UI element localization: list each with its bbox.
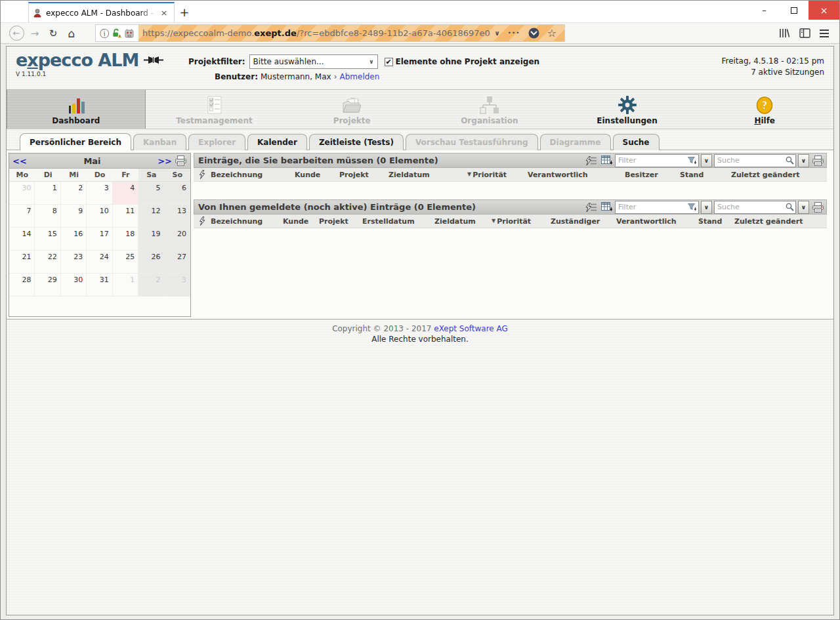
calendar-day[interactable]: 28 xyxy=(9,274,35,297)
calendar-day[interactable]: 5 xyxy=(138,182,164,205)
table-1-search-input[interactable] xyxy=(714,154,796,167)
calendar-next-button[interactable]: >> xyxy=(158,156,172,166)
calendar-day[interactable]: 2 xyxy=(138,274,164,297)
url-bar[interactable]: ⓘ https://expeccoalm-demo.exept.de/?rc=e… xyxy=(95,24,565,42)
projektfilter-select[interactable]: Bitte auswählen... ∨ xyxy=(249,54,378,69)
calendar-day[interactable]: 15 xyxy=(35,228,60,251)
export-table-icon[interactable] xyxy=(600,201,613,213)
calendar-day[interactable]: 13 xyxy=(165,205,190,228)
calendar-day[interactable]: 30 xyxy=(9,182,35,205)
calendar-print-icon[interactable] xyxy=(175,155,187,166)
calendar-day[interactable]: 7 xyxy=(9,205,35,228)
column-header-erstelldatum[interactable]: Erstelldatum xyxy=(362,217,434,226)
calendar-day[interactable]: 1 xyxy=(113,274,138,297)
calendar-day[interactable]: 25 xyxy=(113,251,138,274)
calendar-day[interactable]: 3 xyxy=(87,182,112,205)
calendar-day[interactable]: 30 xyxy=(61,274,87,297)
lock-warning-icon[interactable] xyxy=(112,28,121,38)
calendar-day[interactable]: 17 xyxy=(87,228,112,251)
calendar-day[interactable]: 14 xyxy=(9,228,35,251)
calendar-day[interactable]: 27 xyxy=(165,251,190,274)
tab-zeitleiste-tests[interactable]: Zeitleiste (Tests) xyxy=(309,134,404,150)
nav-item-dashboard[interactable]: Dashboard xyxy=(7,90,146,129)
tab-close-icon[interactable]: × xyxy=(158,8,170,18)
table-2-filter-dropdown[interactable]: ∨ xyxy=(701,201,712,214)
calendar-day[interactable]: 22 xyxy=(35,251,60,274)
tab-persoenlicher-bereich[interactable]: Persönlicher Bereich xyxy=(20,133,131,150)
calendar-day[interactable]: 8 xyxy=(35,205,60,228)
calendar-day[interactable]: 2 xyxy=(61,182,87,205)
calendar-day[interactable]: 21 xyxy=(9,251,35,274)
table-1-filter-input[interactable] xyxy=(615,154,699,167)
table-2-filter-input[interactable] xyxy=(615,201,699,214)
column-header-projekt[interactable]: Projekt xyxy=(339,171,388,179)
calendar-day[interactable]: 10 xyxy=(87,205,112,228)
calendar-day[interactable]: 12 xyxy=(138,205,164,228)
column-header-zust-ndiger[interactable]: Zuständiger xyxy=(551,217,616,226)
browser-tab[interactable]: expecco ALM - Dashboard - Pe × xyxy=(28,2,175,22)
page-actions-icon[interactable]: ••• xyxy=(508,30,520,36)
column-header-projekt[interactable]: Projekt xyxy=(319,217,362,226)
calendar-prev-button[interactable]: << xyxy=(12,156,27,166)
pocket-icon[interactable] xyxy=(528,28,539,39)
forward-button[interactable]: → xyxy=(26,25,44,42)
site-info-icon[interactable]: ⓘ xyxy=(100,29,109,38)
calendar-day[interactable]: 11 xyxy=(113,205,138,228)
url-text[interactable]: https://expeccoalm-demo.exept.de/?rc=ebd… xyxy=(142,28,491,38)
column-header-bezeichnung[interactable]: Bezeichnung xyxy=(211,171,295,179)
quick-filter-flash-icon[interactable] xyxy=(585,155,598,167)
back-button[interactable]: ← xyxy=(7,25,26,42)
nav-item-einstellungen[interactable]: Einstellungen xyxy=(558,90,696,129)
calendar-day[interactable]: 19 xyxy=(138,228,164,251)
column-header-priorit-t[interactable]: ▼Priorität xyxy=(492,217,551,226)
bookmark-star-icon[interactable]: ☆ xyxy=(547,28,556,39)
column-header-zieldatum[interactable]: Zieldatum xyxy=(434,217,492,226)
column-header-besitzer[interactable]: Besitzer xyxy=(625,171,680,179)
export-table-icon[interactable] xyxy=(600,155,613,167)
calendar-day[interactable]: 16 xyxy=(61,228,87,251)
column-header-stand[interactable]: Stand xyxy=(698,217,734,226)
quick-filter-flash-icon[interactable] xyxy=(585,201,598,213)
table-1-filter-dropdown[interactable]: ∨ xyxy=(701,154,712,167)
column-header-verantwortlich[interactable]: Verantwortlich xyxy=(616,217,698,226)
table-1-print-icon[interactable] xyxy=(811,155,824,167)
calendar-day[interactable]: 26 xyxy=(138,251,164,274)
column-header-bezeichnung[interactable]: Bezeichnung xyxy=(211,217,283,226)
calendar-day[interactable]: 20 xyxy=(165,228,190,251)
company-link[interactable]: eXept Software AG xyxy=(434,324,508,333)
table-2-search-dropdown[interactable]: ∨ xyxy=(798,201,809,214)
calendar-day[interactable]: 1 xyxy=(35,182,60,205)
calendar-day[interactable]: 6 xyxy=(165,182,190,205)
robot-icon[interactable] xyxy=(124,29,135,38)
menu-hamburger-icon[interactable] xyxy=(820,30,829,37)
calendar-day[interactable]: 31 xyxy=(87,274,112,297)
urlbar-dropdown-icon[interactable]: ∨ xyxy=(495,30,500,37)
column-header-zieldatum[interactable]: Zieldatum xyxy=(388,171,467,179)
new-tab-button[interactable]: + xyxy=(175,2,194,22)
column-header-kunde[interactable]: Kunde xyxy=(283,217,319,226)
table-2-print-icon[interactable] xyxy=(811,201,824,213)
column-header-verantwortlich[interactable]: Verantwortlich xyxy=(528,171,625,179)
calendar-day[interactable]: 9 xyxy=(61,205,87,228)
calendar-day[interactable]: 3 xyxy=(165,274,190,297)
table-2-search-input[interactable] xyxy=(714,201,796,214)
elemente-checkbox[interactable]: ✔ xyxy=(385,58,393,66)
elemente-checkbox-label[interactable]: Elemente ohne Projekt anzeigen xyxy=(396,57,540,66)
calendar-day[interactable]: 18 xyxy=(113,228,138,251)
column-header-priorit-t[interactable]: ▼Priorität xyxy=(467,171,528,179)
nav-item-hilfe[interactable]: ? Hilfe xyxy=(696,90,833,129)
column-header-kunde[interactable]: Kunde xyxy=(295,171,339,179)
tab-kalender[interactable]: Kalender xyxy=(247,134,307,150)
window-close-button[interactable]: × xyxy=(808,1,839,20)
column-header-zuletzt-ge-ndert[interactable]: Zuletzt geändert xyxy=(731,171,827,179)
column-header-zuletzt-ge-ndert[interactable]: Zuletzt geändert xyxy=(734,217,827,226)
tab-suche[interactable]: Suche xyxy=(613,134,660,150)
calendar-day[interactable]: 24 xyxy=(87,251,112,274)
calendar-day-today[interactable]: 4 xyxy=(113,182,138,205)
calendar-day[interactable]: 29 xyxy=(35,274,60,297)
window-maximize-button[interactable] xyxy=(779,1,808,20)
sidebar-toggle-icon[interactable] xyxy=(799,28,810,38)
window-minimize-button[interactable]: – xyxy=(749,1,779,20)
table-1-search-dropdown[interactable]: ∨ xyxy=(798,154,809,167)
home-button[interactable]: ⌂ xyxy=(62,25,81,42)
